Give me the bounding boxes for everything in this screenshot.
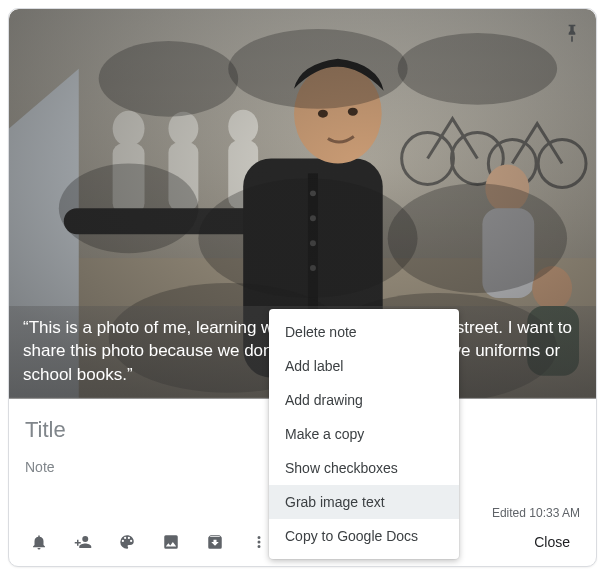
menu-item-delete-note[interactable]: Delete note bbox=[269, 315, 459, 349]
menu-item-make-a-copy[interactable]: Make a copy bbox=[269, 417, 459, 451]
archive-icon bbox=[206, 533, 224, 551]
archive-button[interactable] bbox=[193, 520, 237, 564]
palette-icon bbox=[118, 533, 136, 551]
close-button[interactable]: Close bbox=[516, 526, 588, 558]
more-menu: Delete noteAdd labelAdd drawingMake a co… bbox=[269, 309, 459, 559]
pin-icon bbox=[562, 23, 582, 43]
pin-button[interactable] bbox=[554, 15, 590, 51]
collaborator-button[interactable] bbox=[61, 520, 105, 564]
menu-item-add-label[interactable]: Add label bbox=[269, 349, 459, 383]
person-add-icon bbox=[74, 533, 92, 551]
remind-button[interactable] bbox=[17, 520, 61, 564]
color-button[interactable] bbox=[105, 520, 149, 564]
bell-icon bbox=[30, 533, 48, 551]
menu-item-copy-to-google-docs[interactable]: Copy to Google Docs bbox=[269, 519, 459, 553]
image-icon bbox=[162, 533, 180, 551]
menu-item-grab-image-text[interactable]: Grab image text bbox=[269, 485, 459, 519]
menu-item-add-drawing[interactable]: Add drawing bbox=[269, 383, 459, 417]
more-vert-icon bbox=[250, 533, 268, 551]
menu-item-show-checkboxes[interactable]: Show checkboxes bbox=[269, 451, 459, 485]
note-card: “This is a photo of me, learning with ot… bbox=[8, 8, 597, 567]
add-image-button[interactable] bbox=[149, 520, 193, 564]
